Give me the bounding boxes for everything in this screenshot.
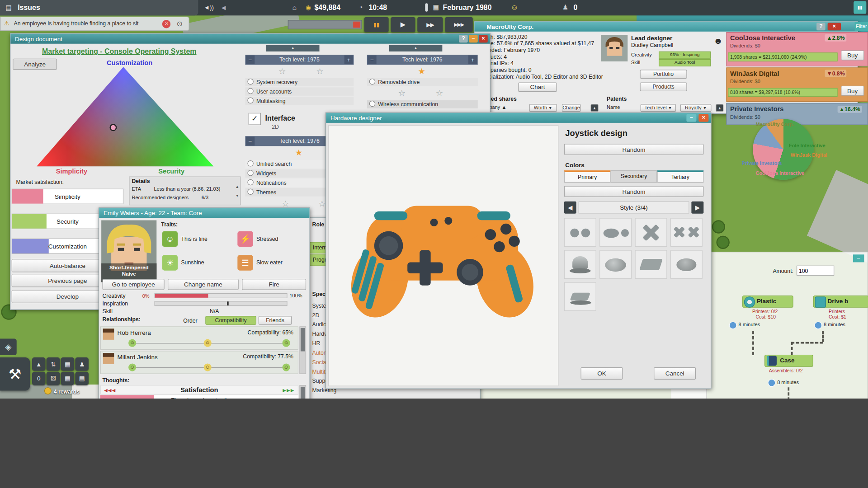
fast-forward-button[interactable]: ▶▶	[417, 17, 443, 32]
tab-primary[interactable]: Primary	[564, 170, 611, 183]
feature-checkbox[interactable]	[247, 160, 253, 166]
raise-button[interactable]: ▲	[32, 357, 45, 371]
star-icon[interactable]: ☆	[318, 199, 326, 209]
rewards-badge[interactable]: 4 rewards	[44, 387, 80, 394]
collapse-button[interactable]: −	[368, 55, 377, 64]
mood-icon[interactable]: ☺	[510, 3, 519, 12]
staff-view-button[interactable]: ♟	[75, 357, 89, 371]
star-icon[interactable]: ☆	[278, 66, 286, 76]
elevation-button[interactable]: ⇅	[47, 357, 60, 371]
close-icon[interactable]: ×	[698, 114, 708, 122]
feature-checkbox[interactable]	[247, 98, 253, 103]
chart-tab-button[interactable]: Chart	[518, 82, 557, 92]
style-thumbnail[interactable]	[670, 218, 703, 247]
relationship-row[interactable]: Rob Herrera Compatibility: 65% ☺ ☺ ☺	[100, 326, 298, 349]
style-thumbnail[interactable]	[670, 250, 703, 279]
inspiration-bar[interactable]	[155, 301, 288, 306]
worth-sort-dropdown[interactable]: Worth ▼	[529, 104, 557, 112]
style-thumbnail[interactable]	[635, 218, 667, 247]
ok-button[interactable]: OK	[580, 367, 623, 380]
grid-button[interactable]: ▦	[61, 357, 74, 371]
relationships-scrollbar[interactable]	[299, 326, 306, 374]
close-icon[interactable]: ×	[479, 35, 488, 42]
layers-button[interactable]: ◈	[0, 338, 17, 355]
rooms-button[interactable]: ▦	[61, 372, 74, 385]
feature-scroll-strip[interactable]: ▲	[389, 45, 443, 52]
furniture-button[interactable]: ▤	[75, 372, 89, 385]
feature-item[interactable]: Multitasking	[245, 97, 354, 105]
hardware-designer-titlebar[interactable]: Hardware designer − ×	[326, 113, 711, 123]
slider-simplicity[interactable]: Simplicity	[12, 189, 123, 204]
volume-icon[interactable]: ◄))	[204, 4, 214, 11]
market-marker[interactable]	[109, 124, 117, 131]
minimize-icon[interactable]: −	[469, 35, 478, 42]
feature-item[interactable]: Wireless communication	[367, 100, 478, 108]
pause-corner-button[interactable]: ▮▮	[854, 1, 866, 14]
fire-button[interactable]: Fire	[242, 279, 306, 290]
feature-item[interactable]: Removable drive	[367, 78, 478, 86]
feature-checkbox[interactable]	[247, 88, 253, 94]
issues-section[interactable]: ▤ Issues	[0, 0, 198, 15]
patents-scroll-up[interactable]: ▲	[716, 104, 723, 112]
spec-item[interactable]: Audio	[312, 320, 326, 329]
minimize-icon[interactable]: −	[853, 254, 864, 262]
star-icon[interactable]: ☆	[316, 66, 323, 76]
buy-button[interactable]: Buy	[841, 50, 864, 60]
style-thumbnail[interactable]	[564, 282, 596, 311]
close-icon[interactable]: ×	[828, 23, 841, 30]
feature-item[interactable]: System recovery	[245, 78, 354, 86]
style-thumbnail[interactable]	[564, 218, 596, 247]
build-tool-button[interactable]: ⚒	[0, 357, 30, 390]
floor-counter[interactable]: 0	[32, 372, 45, 385]
scroll-down-icon[interactable]: ▼	[235, 194, 239, 198]
collapse-button[interactable]: −	[246, 136, 255, 145]
patent-name-column[interactable]: Name	[607, 104, 620, 110]
tab-secondary[interactable]: Secondary	[611, 170, 657, 183]
help-icon[interactable]: ?	[816, 23, 826, 30]
amount-input[interactable]	[797, 266, 834, 276]
feature-scroll-strip[interactable]: ▲	[266, 45, 320, 52]
buy-button[interactable]: Buy	[841, 86, 864, 96]
cancel-button[interactable]: Cancel	[654, 367, 696, 380]
random-design-button[interactable]: Random	[564, 144, 704, 155]
stock-entry[interactable]: CoolJosa Interactive Dividends: $0 ▲2.8%…	[726, 32, 868, 66]
eye-icon[interactable]: ⊙	[177, 19, 183, 28]
collapse-button[interactable]: −	[246, 55, 255, 64]
change-name-button[interactable]: Change name	[168, 279, 239, 290]
tab-friends[interactable]: Friends	[259, 316, 292, 325]
random-color-button[interactable]: Random	[564, 186, 704, 197]
scrollbar-thumb[interactable]	[301, 387, 305, 399]
scroll-up-icon[interactable]: ▲	[235, 185, 239, 189]
spec-item[interactable]: 2D	[312, 310, 320, 320]
fastest-forward-button[interactable]: ▶▶▶	[445, 17, 472, 32]
inspiration-thumb[interactable]	[227, 301, 229, 305]
stock-entry[interactable]: WinJask Digital Dividends: $0 ▼0.8% Buy …	[726, 67, 868, 102]
tab-compatibility[interactable]: Compatibility	[205, 316, 256, 325]
style-thumbnail[interactable]	[599, 218, 632, 247]
techlevel-sort-dropdown[interactable]: Tech level ▼	[641, 104, 676, 112]
spy-icon[interactable]: ☻	[713, 36, 723, 46]
style-prev-button[interactable]: ◀	[564, 202, 576, 214]
company-window-titlebar[interactable]: MacroUlty Corp. ? ×	[474, 22, 857, 32]
portfolio-button[interactable]: Portfolio	[640, 70, 687, 79]
pause-button[interactable]: ▮▮	[364, 17, 389, 32]
stock-entry[interactable]: Private Investors Dividends: $0 ▲16.4%	[726, 103, 868, 125]
style-thumbnail[interactable]	[564, 250, 596, 279]
star-icon-filled[interactable]: ★	[418, 66, 425, 76]
design-document-titlebar[interactable]: Design document ? − ×	[10, 34, 490, 44]
preview-canvas[interactable]	[328, 125, 558, 386]
collapse-icon[interactable]: ◀	[222, 5, 226, 10]
tab-tertiary[interactable]: Tertiary	[657, 170, 703, 183]
change-sort-dropdown[interactable]: Change	[562, 104, 581, 112]
style-thumbnail[interactable]	[599, 250, 632, 279]
feature-checkbox[interactable]	[369, 101, 375, 107]
play-button[interactable]: ▶	[391, 17, 415, 32]
expand-button[interactable]: +	[344, 55, 354, 64]
feature-item[interactable]: User accounts	[245, 87, 354, 95]
feature-checkbox[interactable]	[247, 189, 253, 195]
royalty-sort-dropdown[interactable]: Royalty ▼	[680, 104, 712, 112]
style-next-button[interactable]: ▶	[691, 202, 703, 214]
relationship-row[interactable]: Millard Jenkins Compatibility: 77.5% ☺ ☺…	[100, 351, 298, 374]
products-button[interactable]: Products	[640, 82, 687, 91]
spec-item[interactable]: HR	[312, 338, 321, 348]
